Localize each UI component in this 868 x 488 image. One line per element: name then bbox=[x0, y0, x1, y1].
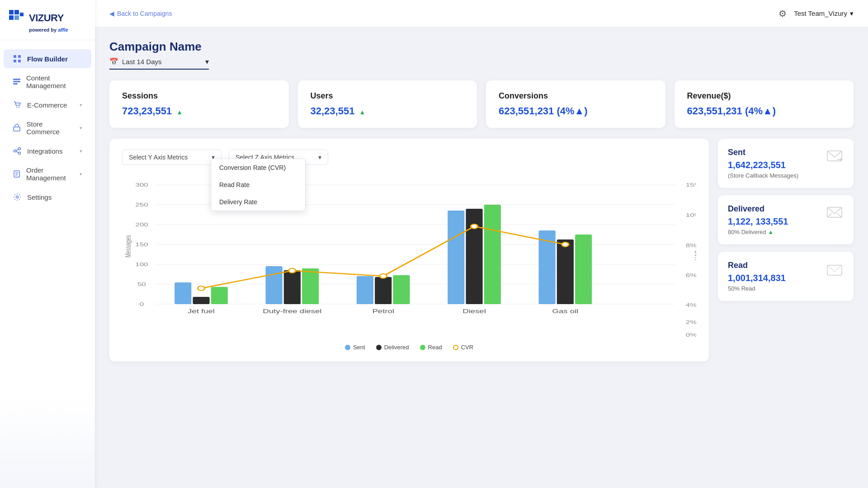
date-filter-dropdown[interactable]: 📅 Last 14 Days ▾ bbox=[109, 57, 209, 70]
sidebar-item-content-management[interactable]: Content Management bbox=[4, 69, 91, 94]
svg-text:15%: 15% bbox=[686, 182, 696, 188]
svg-text:Messages: Messages bbox=[123, 235, 132, 258]
bar-line-chart: 300 250 200 150 100 50 0 Messages bbox=[122, 174, 696, 337]
svg-rect-53 bbox=[302, 268, 319, 304]
sidebar-item-settings[interactable]: Settings bbox=[4, 188, 91, 206]
svg-rect-6 bbox=[18, 55, 21, 58]
svg-text:250: 250 bbox=[135, 202, 148, 207]
sent-stat-sub: (Store Callback Messages) bbox=[728, 172, 798, 179]
sidebar-item-label: E-Commerce bbox=[27, 101, 67, 109]
svg-point-16 bbox=[19, 148, 21, 150]
svg-rect-56 bbox=[393, 275, 410, 304]
main-content: ◀ Back to Campaigns ⚙ Test Team_Vizury ▾… bbox=[95, 0, 868, 488]
users-title: Users bbox=[311, 91, 465, 101]
delivered-stat-value: 1,122, 133,551 bbox=[728, 216, 788, 227]
flow-builder-icon bbox=[13, 54, 22, 63]
svg-rect-62 bbox=[575, 235, 592, 304]
svg-text:Diesel: Diesel bbox=[462, 308, 486, 314]
delivered-legend-label: Delivered bbox=[384, 344, 409, 351]
sidebar-item-ecommerce[interactable]: E-Commerce ▾ bbox=[4, 95, 91, 114]
team-selector[interactable]: Test Team_Vizury ▾ bbox=[794, 9, 854, 18]
svg-text:300: 300 bbox=[135, 182, 148, 188]
legend-sent: Sent bbox=[345, 344, 365, 351]
store-commerce-icon bbox=[13, 123, 21, 132]
top-header: ◀ Back to Campaigns ⚙ Test Team_Vizury ▾ bbox=[95, 0, 868, 27]
metric-card-sessions: Sessions 723,23,551 ▲ bbox=[109, 80, 289, 128]
integrations-chevron-icon: ▾ bbox=[80, 148, 82, 154]
svg-rect-59 bbox=[484, 205, 501, 304]
sidebar-item-order-management[interactable]: Order Management ▾ bbox=[4, 161, 91, 187]
svg-point-15 bbox=[14, 150, 16, 152]
chart-controls: Select Y Axis Metrics ▾ Select Z Axis Me… bbox=[122, 150, 696, 165]
page-title: Campaign Name bbox=[109, 40, 854, 54]
svg-text:50: 50 bbox=[137, 282, 146, 287]
svg-text:Jet fuel: Jet fuel bbox=[188, 308, 215, 314]
revenue-title: Revenue($) bbox=[687, 91, 841, 101]
svg-rect-49 bbox=[193, 297, 209, 304]
svg-rect-10 bbox=[13, 81, 20, 82]
y-axis-select[interactable]: Select Y Axis Metrics ▾ bbox=[122, 150, 222, 165]
sidebar-item-integrations[interactable]: Integrations ▾ bbox=[4, 141, 91, 160]
read-stat-sub: 50% Read bbox=[728, 285, 786, 292]
svg-rect-58 bbox=[466, 209, 482, 304]
sidebar-item-label: Order Management bbox=[26, 166, 74, 182]
date-filter-chevron-icon: ▾ bbox=[205, 57, 209, 66]
svg-point-64 bbox=[289, 268, 296, 273]
svg-rect-11 bbox=[13, 83, 18, 84]
sessions-title: Sessions bbox=[122, 91, 276, 101]
svg-point-66 bbox=[471, 224, 477, 229]
sidebar-logo: VIZURY powered by affle bbox=[0, 0, 95, 40]
settings-gear-icon[interactable]: ⚙ bbox=[778, 8, 787, 19]
back-arrow-icon: ◀ bbox=[109, 10, 114, 17]
svg-rect-9 bbox=[13, 79, 20, 80]
dropdown-item-delivery-rate[interactable]: Delivery Rate bbox=[211, 193, 305, 211]
svg-rect-7 bbox=[14, 60, 16, 62]
ecommerce-icon bbox=[13, 100, 22, 109]
sent-legend-dot bbox=[345, 345, 350, 350]
vizury-logo-icon bbox=[9, 10, 26, 26]
svg-rect-61 bbox=[557, 239, 574, 304]
content-management-icon bbox=[13, 77, 21, 86]
header-right-section: ⚙ Test Team_Vizury ▾ bbox=[778, 8, 854, 19]
svg-text:Duty-free diesel: Duty-free diesel bbox=[263, 308, 321, 314]
svg-text:0%: 0% bbox=[686, 332, 696, 337]
cvr-legend-dot bbox=[453, 345, 458, 350]
read-icon bbox=[826, 261, 844, 279]
back-to-campaigns-link[interactable]: ◀ Back to Campaigns bbox=[109, 10, 172, 17]
svg-rect-8 bbox=[18, 60, 21, 62]
sidebar-item-flow-builder[interactable]: Flow Builder bbox=[4, 49, 91, 68]
team-chevron-icon: ▾ bbox=[850, 9, 854, 18]
logo-text: VIZURY bbox=[29, 12, 64, 24]
back-label: Back to Campaigns bbox=[117, 10, 172, 17]
svg-rect-54 bbox=[357, 276, 373, 304]
delivered-stat-sub: 80% Delivered ▲ bbox=[728, 229, 788, 235]
svg-point-65 bbox=[380, 274, 387, 278]
settings-icon bbox=[13, 192, 22, 202]
ecommerce-chevron-icon: ▾ bbox=[80, 102, 82, 108]
chart-legend: Sent Delivered Read CVR bbox=[122, 344, 696, 351]
z-axis-dropdown-menu: Conversion Rate (CVR) Read Rate Delivery… bbox=[211, 159, 306, 211]
svg-text:8%: 8% bbox=[686, 243, 696, 248]
sent-legend-label: Sent bbox=[353, 344, 365, 351]
svg-rect-5 bbox=[14, 55, 16, 58]
dropdown-item-read-rate[interactable]: Read Rate bbox=[211, 176, 305, 193]
sidebar-item-label: Integrations bbox=[27, 147, 62, 155]
sidebar-item-label: Settings bbox=[27, 193, 52, 201]
sent-stat-title: Sent bbox=[728, 148, 798, 157]
sidebar-item-store-commerce[interactable]: Store Commerce ▾ bbox=[4, 115, 91, 141]
chart-card: Select Y Axis Metrics ▾ Select Z Axis Me… bbox=[109, 139, 709, 361]
read-stat-value: 1,001,314,831 bbox=[728, 273, 786, 283]
sidebar-item-label: Content Management bbox=[26, 74, 82, 89]
svg-rect-57 bbox=[448, 211, 464, 304]
date-filter-label: Last 14 Days bbox=[122, 58, 202, 66]
metric-card-revenue: Revenue($) 623,551,231 (4%▲) bbox=[675, 80, 854, 128]
conversions-value: 623,551,231 (4%▲) bbox=[499, 105, 653, 117]
svg-rect-52 bbox=[284, 270, 301, 304]
svg-text:6%: 6% bbox=[686, 272, 696, 278]
stat-card-sent: Sent 1,642,223,551 (Store Callback Messa… bbox=[718, 139, 854, 188]
svg-point-17 bbox=[19, 152, 21, 155]
dropdown-item-cvr[interactable]: Conversion Rate (CVR) bbox=[211, 159, 305, 176]
sent-stat-info: Sent 1,642,223,551 (Store Callback Messa… bbox=[728, 148, 798, 179]
legend-read: Read bbox=[420, 344, 442, 351]
svg-text:Petrol: Petrol bbox=[372, 308, 394, 314]
